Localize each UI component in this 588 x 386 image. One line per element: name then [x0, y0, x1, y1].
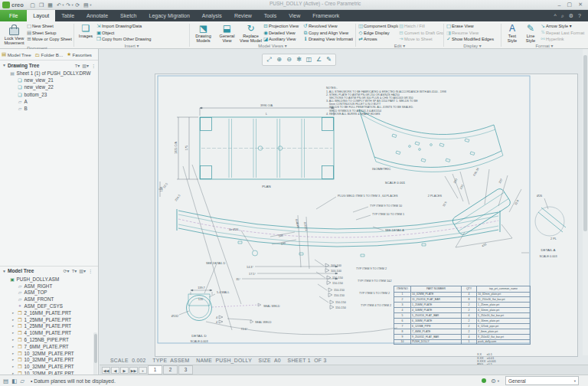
edge-display-button[interactable]: ◇Edge Display — [358, 30, 398, 37]
ribbon-tab[interactable]: Layout — [27, 10, 55, 21]
undo-dropdown-icon[interactable]: ▾ — [62, 3, 64, 7]
tree-item[interactable]: ❒ 6_125NB_PIPE.PRT — [0, 336, 94, 343]
line-style-button[interactable]: ✎Line Style — [521, 23, 540, 43]
last-sheet-button[interactable]: ▶▶ — [129, 367, 138, 374]
tree-item[interactable]: ❒ 10_32MM_PLATE.PRT — [0, 363, 94, 370]
filter-icon[interactable]: T▾ — [72, 268, 77, 273]
annotation-display-button[interactable]: ✎ — [325, 55, 334, 64]
tree-item[interactable]: ▱ ASM_RIGHT — [0, 283, 94, 290]
tree-item[interactable]: ❏ new_view_22 — [0, 83, 98, 90]
erase-view-button[interactable]: ▢Erase View — [446, 23, 499, 30]
ribbon-tab[interactable]: File — [0, 10, 27, 21]
elevation-view[interactable] — [177, 209, 500, 257]
save-icon[interactable]: ▦ — [47, 1, 53, 9]
search-icon[interactable]: ⌕ — [561, 13, 564, 19]
text-style-button[interactable]: AText Style — [503, 23, 521, 43]
plan-view[interactable] — [200, 117, 334, 179]
tree-item[interactable]: ❒ 10_32MM_PLATE.PRT — [0, 350, 94, 357]
tree-item[interactable]: ❒ 1_25MM_PLATE.PRT — [0, 323, 94, 330]
revolved-view-button[interactable]: ↺Revolved View — [302, 23, 353, 30]
repaint-button[interactable]: ✻ — [295, 55, 304, 64]
navigator-toggle-icon[interactable]: ▤ — [3, 378, 8, 384]
tree-item[interactable]: ❒ 10_32MM_PLATE.PRT — [0, 357, 94, 364]
show-modified-edges-button[interactable]: ✓Show Modified Edges — [446, 36, 499, 43]
ribbon-tab[interactable]: Review — [228, 10, 258, 21]
first-sheet-button[interactable]: ◀◀ — [102, 367, 110, 374]
drawing-view-info-button[interactable]: ℹDrawing View Information — [302, 36, 353, 43]
browser-toggle-icon[interactable]: ◧ — [11, 378, 17, 384]
redo-icon[interactable]: ↷ — [66, 1, 70, 9]
sheet-setup-button[interactable]: ▤Sheet Setup — [26, 30, 72, 37]
tab-model-tree[interactable]: ▤Model Tree — [2, 51, 31, 57]
tree-item[interactable]: ▱ B — [0, 105, 98, 112]
tree-item[interactable]: ▱ A — [0, 98, 98, 105]
ribbon-tab[interactable]: Annotate — [80, 10, 114, 21]
general-view-button[interactable]: ⬓General View — [215, 23, 239, 43]
tree-item[interactable]: ▱ ASM_TOP — [0, 290, 94, 296]
images-button[interactable]: ❏ Images — [76, 23, 96, 38]
ribbon-tab[interactable]: Framework — [306, 10, 345, 21]
tab-favorites[interactable]: ★Favorites — [67, 51, 92, 57]
open-icon[interactable]: ❐ — [39, 1, 44, 9]
help-icon[interactable]: ? — [578, 13, 581, 18]
sheet-tab[interactable]: 2 — [163, 365, 178, 375]
ribbon-tab[interactable]: Table — [55, 10, 80, 21]
convert-draft-group-button[interactable]: ⊟Convert to Draft Group — [398, 30, 443, 37]
display-style-button[interactable]: ◫ — [305, 55, 314, 64]
refit-button[interactable]: ⤢ — [265, 55, 274, 64]
hyperlink-button[interactable]: ⚯Hyperlink — [540, 36, 586, 43]
minimize-button[interactable]: – — [558, 2, 561, 8]
arrows-button[interactable]: ⇄Arrows — [358, 36, 398, 43]
drawing-models-button[interactable]: ⬔Drawing Models — [191, 23, 215, 43]
options-icon[interactable]: ⚙ — [569, 13, 573, 19]
tree-item[interactable]: ❒ 4_10MM_PLATE.PRT — [0, 329, 94, 336]
tab-folder-browser[interactable]: 🗀Folder B... — [35, 52, 64, 57]
minimize-ribbon-icon[interactable]: ^ — [554, 13, 557, 18]
collapse-caret-icon[interactable]: ▼ — [2, 269, 6, 273]
drawing-sheet[interactable]: 3996 O/A L 1025 O/A 175 158 PLAN — [155, 74, 578, 357]
refresh-icon[interactable]: ⟳▾ — [64, 268, 70, 273]
previous-sheet-button[interactable]: ◀ — [111, 367, 119, 374]
next-sheet-button[interactable]: ▶ — [120, 367, 129, 374]
graphics-vertical-scrollbar[interactable] — [583, 49, 588, 355]
windows-icon[interactable]: ▤ — [83, 1, 89, 9]
copy-from-other-drawing-button[interactable]: ❐Copy from Other Drawing — [96, 36, 186, 43]
zoom-in-button[interactable]: ⊕ — [275, 55, 284, 64]
tree-options-icon[interactable]: ⋮ — [91, 63, 96, 68]
object-button[interactable]: ▣Object — [96, 30, 186, 37]
datum-display-toggle-icon[interactable]: ▱ — [20, 378, 24, 384]
columns-icon[interactable]: ▥▾ — [79, 268, 86, 273]
copy-align-view-button[interactable]: ⧉Copy and Align View — [302, 30, 353, 37]
ribbon-tab[interactable]: Tools — [258, 10, 283, 21]
sheet-tab[interactable]: 3 — [178, 365, 193, 375]
columns-icon[interactable]: ▥▾ — [82, 63, 89, 68]
ribbon-tab[interactable]: Analysis — [196, 10, 228, 21]
datum-display-button[interactable]: ∠ — [315, 55, 324, 64]
tree-item[interactable]: ❒ 1_25MM_PLATE.PRT — [0, 316, 94, 323]
isometric-view[interactable] — [359, 110, 503, 172]
tree-item[interactable]: ▤ Sheet 1 (1) of PUSH_DOLLY.DRW — [0, 70, 98, 77]
new-icon[interactable]: ▢ — [30, 1, 35, 9]
tree-options-icon[interactable]: ⋮ — [88, 268, 93, 273]
new-sheet-button[interactable]: ▢New Sheet — [26, 23, 72, 30]
tree-item[interactable]: ▣ PUSH_DOLLY.ASM — [0, 276, 94, 283]
resume-view-button[interactable]: ◨Resume View — [446, 30, 499, 37]
filter-icon[interactable]: T▾ — [75, 63, 80, 68]
graphics-area[interactable]: ⤢ ⊕ ⊖ ✻ ◫ ∠ ✎ — [100, 49, 588, 375]
sheet-tab[interactable]: 1 — [148, 365, 162, 375]
repeat-last-format-button[interactable]: ％Repeat Last Format — [540, 30, 586, 37]
import-drawing-data-button[interactable]: ⇲Import Drawing/Data — [96, 23, 186, 30]
lock-view-movement-button[interactable]: Lock View Movement — [2, 23, 26, 45]
tree-item[interactable]: ❒ 2_16MM_PLATE.PRT — [0, 309, 94, 316]
regenerate-ic{on[interactable]: ⟳ — [75, 1, 80, 9]
arrow-style-button[interactable]: ↘Arrow Style ▾ — [540, 23, 586, 30]
tree-item[interactable]: ▱ ASM_FRONT — [0, 296, 94, 303]
detail-d-view[interactable]: 139.7 5.4 WALL 120 Ø132 SEAL WELD SEAL W… — [172, 286, 397, 343]
replace-view-model-button[interactable]: ↻Replace View Model — [239, 23, 263, 43]
find-dropdown-icon[interactable]: ▾ — [498, 379, 499, 383]
undo-icon[interactable]: ↶ — [57, 1, 61, 9]
ribbon-tab[interactable]: Sketch — [114, 10, 142, 21]
hatch-fill-button[interactable]: ▨Hatch / Fill — [398, 23, 443, 30]
quick-access-dropdown-icon[interactable]: ▾ — [90, 3, 91, 7]
ribbon-tab[interactable]: Legacy Migration — [142, 10, 195, 21]
